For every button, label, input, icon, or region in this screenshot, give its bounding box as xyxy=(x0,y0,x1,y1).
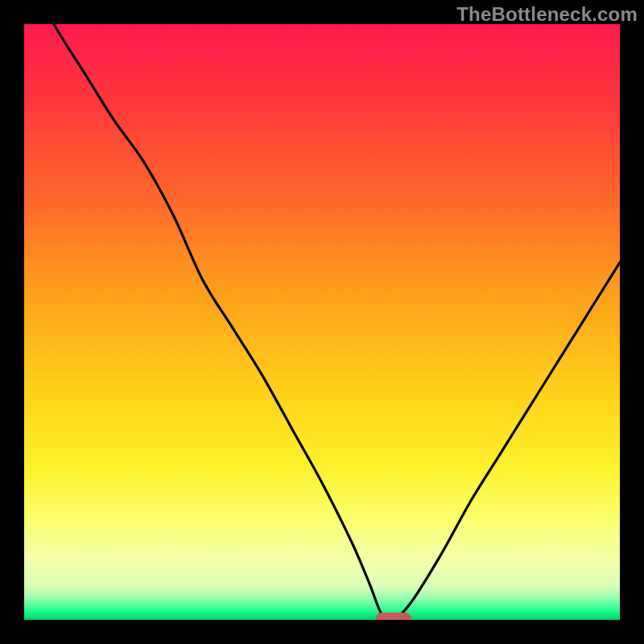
bottleneck-curve xyxy=(24,24,620,620)
optimum-marker xyxy=(376,613,411,620)
chart-frame: TheBottleneck.com xyxy=(0,0,644,644)
watermark-text: TheBottleneck.com xyxy=(456,3,638,26)
plot-area xyxy=(24,24,620,620)
